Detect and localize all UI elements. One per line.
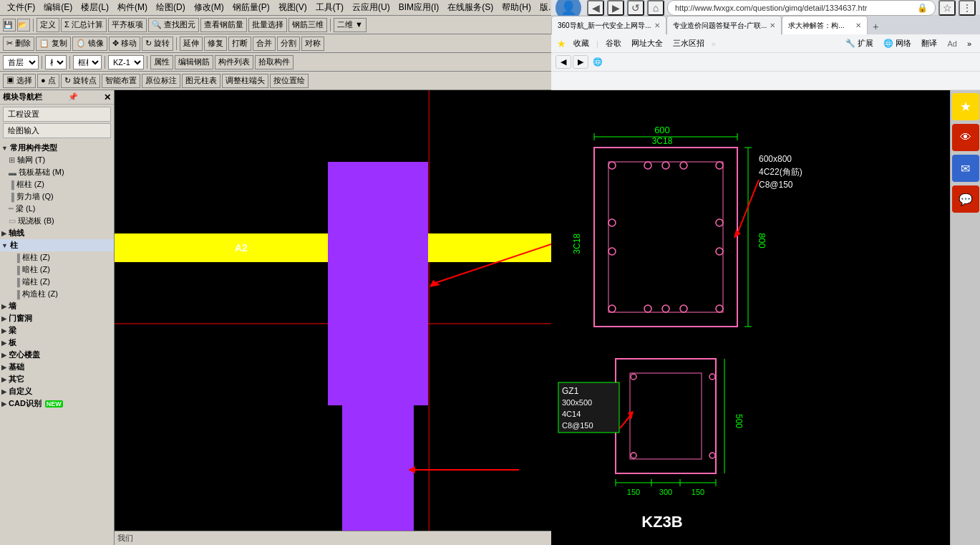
btn-props[interactable]: 属性 bbox=[150, 55, 173, 69]
nav-item-framecol[interactable]: ▐ 框柱 (Z) bbox=[0, 178, 114, 190]
browser-tab-2[interactable]: 求大神解答：构... ✕ bbox=[782, 16, 868, 34]
new-tab-button[interactable]: + bbox=[868, 19, 883, 34]
toolbar-findelem[interactable]: 🔍 查找图元 bbox=[148, 18, 199, 32]
kz-select[interactable]: KZ-1 bbox=[108, 55, 144, 69]
cad-canvas-area[interactable]: A2 Rit bbox=[115, 90, 551, 531]
nav-group-found[interactable]: ▶ 基础 bbox=[0, 361, 114, 373]
comp-select[interactable]: 柱 bbox=[45, 55, 67, 69]
nav-item-az[interactable]: ▐ 暗柱 (Z) bbox=[0, 264, 114, 276]
sidebar-star-btn[interactable]: ★ bbox=[952, 93, 979, 120]
nav-group-custom[interactable]: ▶ 自定义 bbox=[0, 385, 114, 397]
bookmark-谷歌[interactable]: 谷歌 bbox=[603, 37, 624, 50]
nav-item-raftfound[interactable]: ▬ 筏板基础 (M) bbox=[0, 166, 114, 178]
nav-item-gjz[interactable]: ▐ 构造柱 (Z) bbox=[0, 288, 114, 300]
back-button[interactable]: ◀ bbox=[587, 0, 604, 16]
nav-group-beam[interactable]: ▶ 梁 bbox=[0, 324, 114, 337]
menu-item-bim[interactable]: BIM应用(I) bbox=[394, 1, 444, 14]
menu-dots-button[interactable]: ⋮ bbox=[959, 0, 976, 16]
bookmark-网络[interactable]: 🌐 网络 bbox=[880, 37, 914, 50]
toolbar-save[interactable]: 💾 bbox=[3, 19, 16, 32]
toolbar-define[interactable]: 定义 bbox=[37, 18, 59, 32]
nav-close[interactable]: ✕ bbox=[104, 92, 111, 102]
sidebar-eye-btn[interactable]: 👁 bbox=[952, 124, 979, 151]
btn-select[interactable]: ▣ 选择 bbox=[3, 74, 36, 88]
nav-group-common[interactable]: ▼ 常用构件类型 bbox=[0, 142, 114, 154]
toolbar-batchsel[interactable]: 批量选择 bbox=[248, 18, 287, 32]
sidebar-chat-btn[interactable]: 💬 bbox=[952, 185, 979, 213]
btn-rotate[interactable]: ↻ 旋转 bbox=[142, 37, 173, 51]
tab-close-1[interactable]: ✕ bbox=[770, 21, 775, 29]
nav-group-door[interactable]: ▶ 门窗洞 bbox=[0, 312, 114, 324]
toolbar-open[interactable]: 📂 bbox=[17, 19, 30, 32]
btn-split[interactable]: 分割 bbox=[277, 37, 300, 51]
btn-smartlay[interactable]: 智能布置 bbox=[102, 74, 140, 88]
btn-merge[interactable]: 合并 bbox=[253, 37, 276, 51]
btn-pick-comp[interactable]: 拾取构件 bbox=[255, 55, 293, 69]
bookmark-收藏[interactable]: 收藏 bbox=[571, 37, 592, 50]
menu-item-edit[interactable]: 编辑(E) bbox=[39, 1, 77, 14]
layer-select[interactable]: 首层 bbox=[3, 55, 39, 69]
menu-item-rebar[interactable]: 钢筋量(P) bbox=[228, 1, 274, 14]
toolbar-rebar3d[interactable]: 钢筋三维 bbox=[288, 18, 327, 32]
browser-tab-0[interactable]: 360导航_新一代安全上网导... ✕ bbox=[551, 16, 666, 34]
sidebar-mail-btn[interactable]: ✉ bbox=[952, 155, 979, 182]
nav-draw-input[interactable]: 绘图输入 bbox=[3, 123, 111, 138]
nav-item-castslab[interactable]: ▭ 现浇板 (B) bbox=[0, 215, 114, 227]
btn-move[interactable]: ✥ 移动 bbox=[109, 37, 140, 51]
bookmark-ad[interactable]: Ad bbox=[944, 38, 959, 49]
btn-mirror[interactable]: 🪞 镜像 bbox=[72, 37, 107, 51]
nav-group-axis[interactable]: ▶ 轴线 bbox=[0, 227, 114, 239]
menu-item-help[interactable]: 帮助(H) bbox=[498, 1, 535, 14]
nav-group-other[interactable]: ▶ 其它 bbox=[0, 373, 114, 385]
bookmark-三水区招[interactable]: 三水区招 bbox=[670, 37, 707, 50]
menu-item-modify[interactable]: 修改(M) bbox=[190, 1, 228, 14]
btn-adjustend[interactable]: 调整柱端头 bbox=[222, 74, 268, 88]
nav-group-hollowslab[interactable]: ▶ 空心楼盖 bbox=[0, 349, 114, 361]
nav-project-settings[interactable]: 工程设置 bbox=[3, 107, 111, 122]
menu-item-view[interactable]: 视图(V) bbox=[274, 1, 311, 14]
frame-select[interactable]: 框柱 bbox=[73, 55, 102, 69]
btn-delete[interactable]: ✂ 删除 bbox=[3, 37, 34, 51]
nav-group-slab[interactable]: ▶ 板 bbox=[0, 337, 114, 349]
browser-tab-1[interactable]: 专业造价问题答疑平台-广联... ✕ bbox=[666, 16, 782, 34]
btn-break[interactable]: 打断 bbox=[228, 37, 251, 51]
refresh-button[interactable]: ↺ bbox=[627, 0, 644, 16]
bookmark-more[interactable]: » bbox=[964, 38, 974, 49]
forward-button[interactable]: ▶ bbox=[607, 0, 624, 16]
btn-posplace[interactable]: 按位置绘 bbox=[270, 74, 309, 88]
btn-elemtable[interactable]: 图元柱表 bbox=[182, 74, 220, 88]
url-bar[interactable]: http://www.fwxgx.com/question/gimq/detai… bbox=[667, 0, 936, 16]
menu-item-file[interactable]: 文件(F) bbox=[3, 1, 39, 14]
nav-group-wall[interactable]: ▶ 墙 bbox=[0, 300, 114, 312]
nav-item-dz[interactable]: ▐ 端柱 (Z) bbox=[0, 276, 114, 288]
star-button[interactable]: ☆ bbox=[938, 0, 956, 16]
nav-item-shearwall[interactable]: ▐ 剪力墙 (Q) bbox=[0, 190, 114, 203]
nav-pin[interactable]: 📌 bbox=[68, 92, 78, 102]
menu-item-draw[interactable]: 绘图(D) bbox=[152, 1, 190, 14]
menu-item-tools[interactable]: 工具(T) bbox=[311, 1, 348, 14]
nav-group-col[interactable]: ▼ 柱 bbox=[0, 239, 114, 251]
home-button[interactable]: ⌂ bbox=[647, 0, 664, 16]
nav-item-beam[interactable]: ━ 梁 (L) bbox=[0, 203, 114, 215]
btn-point[interactable]: ● 点 bbox=[37, 74, 59, 88]
browser-fwd2[interactable]: ▶ bbox=[573, 55, 588, 69]
btn-copy[interactable]: 📋 复制 bbox=[36, 37, 71, 51]
btn-extend[interactable]: 延伸 bbox=[180, 37, 203, 51]
btn-inplace[interactable]: 原位标注 bbox=[142, 74, 180, 88]
toolbar-viewrebar[interactable]: 查看钢筋量 bbox=[200, 18, 247, 32]
btn-sym[interactable]: 对称 bbox=[301, 37, 324, 51]
menu-item-online[interactable]: 在线服务(S) bbox=[443, 1, 498, 14]
toolbar-2d[interactable]: 二维 ▼ bbox=[334, 18, 367, 32]
bookmark-翻译[interactable]: 翻译 bbox=[918, 37, 940, 50]
tab-close-0[interactable]: ✕ bbox=[654, 21, 660, 29]
btn-rotpoint[interactable]: ↻ 旋转点 bbox=[61, 74, 100, 88]
menu-item-cloud[interactable]: 云应用(U) bbox=[348, 1, 394, 14]
toolbar-alignslab[interactable]: 平齐板项 bbox=[108, 18, 147, 32]
bookmark-网址大全[interactable]: 网址大全 bbox=[629, 37, 666, 50]
tab-close-2[interactable]: ✕ bbox=[855, 21, 861, 29]
btn-comp-list[interactable]: 构件列表 bbox=[215, 55, 253, 69]
btn-repair[interactable]: 修复 bbox=[204, 37, 227, 51]
bookmark-扩展[interactable]: 🔧 扩展 bbox=[843, 37, 876, 50]
menu-item-component[interactable]: 构件(M) bbox=[113, 1, 152, 14]
toolbar-sigma[interactable]: Σ 汇总计算 bbox=[61, 18, 107, 32]
